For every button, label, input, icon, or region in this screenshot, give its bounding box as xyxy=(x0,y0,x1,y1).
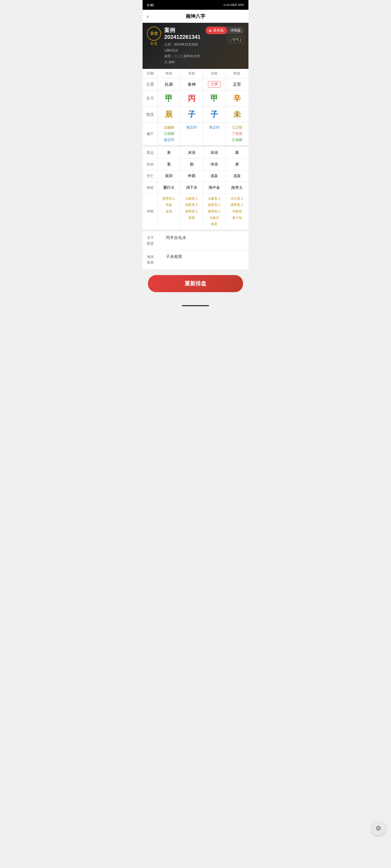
dizhi-label: 地支 xyxy=(143,106,158,122)
nayin-yue: 涧下水 xyxy=(180,182,203,193)
gongli: 公历：2024年12月26日 13时41分 xyxy=(164,42,202,54)
shensha-shi: 天乙贵人 德秀贵人 勾蛟煞 童子煞 xyxy=(226,194,249,229)
home-indicator xyxy=(143,300,248,311)
tiangan-nian: 甲 xyxy=(158,91,180,106)
status-right: 0.10 KB/S 50% xyxy=(223,3,244,6)
kongwang-row: 空亡 寅卯 申酉 戌亥 戌亥 xyxy=(143,170,248,182)
header-ri: 日柱 xyxy=(203,69,226,78)
reset-button[interactable]: 重新排盘 xyxy=(148,275,243,292)
battery: 50% xyxy=(238,3,244,6)
dragon-circle: 辰龙 xyxy=(147,27,161,41)
zizuo-yue: 胎 xyxy=(180,159,203,170)
shensha-ri: 太极贵人 福星贵人 德秀贵人 天赦日 将星 xyxy=(203,194,226,229)
zhuxing-shi: 正官 xyxy=(226,79,249,90)
case-title: 案例 202412261341 xyxy=(164,27,202,40)
header-yue: 月柱 xyxy=(180,69,203,78)
notes-section: 天干留意 丙辛合化水 地支留意 子未相害 xyxy=(143,231,248,270)
dizhi-notes-value: 子未相害 xyxy=(166,254,244,266)
data-section: 星运 衰 沐浴 沐浴 墓 自坐 衰 胎 沐浴 衰 空亡 寅卯 申酉 戌亥 戌亥 … xyxy=(143,147,248,230)
dizhi-ri: 子 xyxy=(203,106,226,122)
header-info: 案例 202412261341 公历：2024年12月26日 13时41分 农历… xyxy=(164,27,202,65)
zizuo-nian: 衰 xyxy=(158,159,180,170)
nayin-ri: 海中金 xyxy=(203,182,226,193)
zanggan-label: 藏干 xyxy=(143,123,158,145)
header-date: 日期 xyxy=(143,69,158,78)
shensha-yue: 太极贵人 福星贵人 德秀贵人 将星 xyxy=(180,194,203,229)
xingyun-yue: 沐浴 xyxy=(180,147,203,158)
zizuo-shi: 衰 xyxy=(226,159,249,170)
zizuo-row: 自坐 衰 胎 沐浴 衰 xyxy=(143,159,248,170)
reset-section: 重新排盘 xyxy=(143,270,248,300)
tiangan-label: 天干 xyxy=(143,91,158,106)
zizuo-ri: 沐浴 xyxy=(203,159,226,170)
zanggan-ri: 癸正印 xyxy=(203,123,226,145)
dizhi-notes: 地支留意 子未相害 xyxy=(143,250,248,270)
page-title: 南坤八字 xyxy=(186,13,205,20)
zanggan-yue: 癸正印 xyxy=(180,123,203,145)
back-button[interactable]: ‹ xyxy=(147,13,149,20)
tiangan-ri: 甲 xyxy=(203,91,226,106)
header-card: 辰龙 乾造 案例 202412261341 公历：2024年12月26日 13时… xyxy=(143,23,248,69)
shensha-row: 神煞 德秀贵人 华盖 金舆 太极贵人 福星贵人 德秀贵人 将星 太极贵人 福星贵… xyxy=(143,194,248,230)
nav-bar: ‹ 南坤八字 xyxy=(143,10,248,23)
status-time: 1:41 xyxy=(147,3,154,7)
nayin-nian: 覆灯火 xyxy=(158,182,180,193)
tab-group[interactable]: ☯ 基本盘 详细盘 xyxy=(205,27,244,34)
kongwang-shi: 戌亥 xyxy=(226,170,249,182)
shensha-nian: 德秀贵人 华盖 金舆 xyxy=(158,194,180,229)
kongwang-label: 空亡 xyxy=(143,170,158,182)
dizhi-row: 地支 辰 子 子 未 xyxy=(143,106,248,123)
kongwang-nian: 寅卯 xyxy=(158,170,180,182)
zhuxing-ri: 元男 xyxy=(203,79,226,90)
network-speed: 0.10 KB/S xyxy=(223,3,237,6)
home-bar xyxy=(182,305,209,306)
tab-detail[interactable]: 详细盘 xyxy=(227,27,244,34)
shensha-label: 神煞 xyxy=(143,194,158,229)
tab-basic[interactable]: ☯ 基本盘 xyxy=(205,27,227,34)
zhuxing-label: 主星 xyxy=(143,79,158,90)
kongwang-ri: 戌亥 xyxy=(203,170,226,182)
zizuo-label: 自坐 xyxy=(143,159,158,170)
xingyun-row: 星运 衰 沐浴 沐浴 墓 xyxy=(143,147,248,159)
dizhi-shi: 未 xyxy=(226,106,249,122)
tiangan-notes-value: 丙辛合化水 xyxy=(166,235,244,247)
nongli: 农历：二〇二四年冬月廿六 未时 xyxy=(164,54,202,65)
dragon-label: 乾造 xyxy=(150,41,158,46)
yin-yang-icon: ☯ xyxy=(209,29,212,33)
dizhi-nian: 辰 xyxy=(158,106,180,122)
tiangan-notes-label: 天干留意 xyxy=(147,235,163,247)
header-nian: 年柱 xyxy=(158,69,180,78)
main-table: 日期 年柱 月柱 日柱 时柱 主星 比肩 食神 元男 正官 天干 甲 丙 甲 辛… xyxy=(143,69,248,145)
dizhi-notes-label: 地支留意 xyxy=(147,254,163,266)
zanggan-shi: 己正财 丁伤官 乙劫财 xyxy=(226,123,249,145)
nayin-row: 纳音 覆灯火 涧下水 海中金 路旁土 xyxy=(143,182,248,194)
kongwang-yue: 申酉 xyxy=(180,170,203,182)
nayin-shi: 路旁土 xyxy=(226,182,249,193)
header-shi: 时柱 xyxy=(226,69,249,78)
table-header: 日期 年柱 月柱 日柱 时柱 xyxy=(143,69,248,79)
dragon-badge: 辰龙 乾造 xyxy=(147,27,161,46)
status-bar: 1:41 0.10 KB/S 50% xyxy=(143,0,248,10)
xingyun-nian: 衰 xyxy=(158,147,180,158)
xingyun-ri: 沐浴 xyxy=(203,147,226,158)
header-actions: ☯ 基本盘 详细盘 [ 节气 ] xyxy=(205,27,244,43)
zhuxing-nian: 比肩 xyxy=(158,79,180,90)
dizhi-yue: 子 xyxy=(180,106,203,122)
tiangan-row: 天干 甲 丙 甲 辛 xyxy=(143,91,248,106)
xingyun-shi: 墓 xyxy=(226,147,249,158)
tiangan-shi: 辛 xyxy=(226,91,249,106)
jieqi-button[interactable]: [ 节气 ] xyxy=(227,36,244,43)
tiangan-notes: 天干留意 丙辛合化水 xyxy=(143,231,248,251)
tiangan-yue: 丙 xyxy=(180,91,203,106)
zanggan-row: 藏干 戊偏财 乙劫财 癸正印 癸正印 癸正印 己正财 丁伤官 乙劫财 xyxy=(143,123,248,145)
xingyun-label: 星运 xyxy=(143,147,158,158)
zhuxing-row: 主星 比肩 食神 元男 正官 xyxy=(143,79,248,91)
zhuxing-yue: 食神 xyxy=(180,79,203,90)
zanggan-nian: 戊偏财 乙劫财 癸正印 xyxy=(158,123,180,145)
yuannan-badge: 元男 xyxy=(208,81,221,88)
nayin-label: 纳音 xyxy=(143,182,158,193)
